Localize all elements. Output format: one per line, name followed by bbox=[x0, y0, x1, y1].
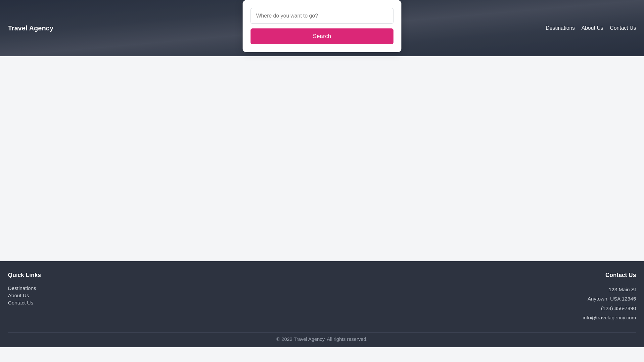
brand-logo[interactable]: Travel Agency bbox=[8, 24, 53, 32]
footer: Quick Links Destinations About Us Contac… bbox=[0, 261, 644, 347]
footer-link-about[interactable]: About Us bbox=[8, 293, 29, 298]
quick-links-list: Destinations About Us Contact Us bbox=[8, 285, 217, 306]
content-area bbox=[0, 56, 644, 261]
footer-link-contact[interactable]: Contact Us bbox=[8, 300, 33, 305]
footer-link-item-contact[interactable]: Contact Us bbox=[8, 300, 217, 306]
footer-quick-links-col: Quick Links Destinations About Us Contac… bbox=[8, 272, 217, 323]
search-button[interactable]: Search bbox=[251, 28, 393, 44]
footer-middle-col bbox=[217, 272, 427, 323]
nav-link-destinations[interactable]: Destinations bbox=[546, 25, 575, 31]
footer-columns: Quick Links Destinations About Us Contac… bbox=[8, 272, 636, 323]
footer-link-destinations[interactable]: Destinations bbox=[8, 285, 36, 291]
search-card: Search bbox=[243, 0, 401, 52]
contact-phone: (123) 456-7890 bbox=[427, 304, 636, 313]
nav-item-destinations[interactable]: Destinations bbox=[546, 25, 575, 31]
nav-link-contact[interactable]: Contact Us bbox=[610, 25, 636, 31]
footer-contact-col: Contact Us 123 Main St Anytown, USA 1234… bbox=[427, 272, 636, 323]
hero-section: Travel Agency Destinations About Us Cont… bbox=[0, 0, 644, 56]
nav-item-about[interactable]: About Us bbox=[581, 25, 603, 31]
main-nav: Destinations About Us Contact Us bbox=[546, 25, 636, 31]
contact-address2: Anytown, USA 12345 bbox=[427, 295, 636, 303]
copyright-text: © 2022 Travel Agency. All rights reserve… bbox=[276, 337, 367, 342]
contact-heading: Contact Us bbox=[427, 272, 636, 279]
footer-link-item-destinations[interactable]: Destinations bbox=[8, 285, 217, 291]
footer-copyright: © 2022 Travel Agency. All rights reserve… bbox=[8, 332, 636, 342]
search-input[interactable] bbox=[251, 8, 393, 24]
search-card-wrapper: Search bbox=[243, 0, 401, 52]
footer-link-item-about[interactable]: About Us bbox=[8, 293, 217, 299]
nav-link-about[interactable]: About Us bbox=[581, 25, 603, 31]
quick-links-heading: Quick Links bbox=[8, 272, 217, 279]
contact-address1: 123 Main St bbox=[427, 285, 636, 294]
nav-item-contact[interactable]: Contact Us bbox=[610, 25, 636, 31]
contact-email: info@travelagency.com bbox=[427, 313, 636, 322]
